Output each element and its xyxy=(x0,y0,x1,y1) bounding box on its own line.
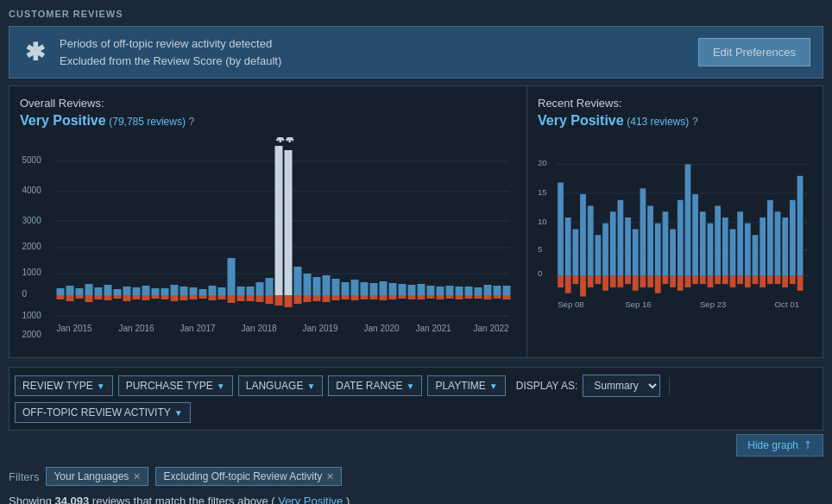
svg-rect-76 xyxy=(180,295,188,300)
svg-rect-42 xyxy=(313,277,321,295)
svg-text:Jan 2019: Jan 2019 xyxy=(303,324,339,333)
svg-rect-33 xyxy=(228,258,236,295)
svg-rect-181 xyxy=(685,275,691,287)
filter-tag-offtopic-close[interactable]: ✕ xyxy=(326,471,334,482)
date-range-dropdown[interactable]: DATE RANGE ▼ xyxy=(328,375,422,396)
svg-rect-179 xyxy=(670,275,676,287)
svg-rect-176 xyxy=(647,275,653,287)
svg-rect-166 xyxy=(572,275,578,284)
svg-text:10: 10 xyxy=(538,217,547,226)
section-title: CUSTOMER REVIEWS xyxy=(9,9,823,19)
overall-label: Overall Reviews: xyxy=(20,97,516,110)
purchase-type-dropdown[interactable]: PURCHASE TYPE ▼ xyxy=(118,375,233,396)
edit-preferences-button[interactable]: Edit Preferences xyxy=(698,38,810,66)
svg-rect-57 xyxy=(456,287,463,295)
playtime-arrow: ▼ xyxy=(489,381,498,391)
svg-rect-164 xyxy=(558,275,564,287)
svg-rect-29 xyxy=(190,287,198,295)
svg-rect-191 xyxy=(760,275,766,287)
svg-rect-153 xyxy=(722,217,728,275)
svg-rect-73 xyxy=(152,295,160,299)
date-range-label: DATE RANGE xyxy=(336,380,402,392)
review-type-dropdown[interactable]: REVIEW TYPE ▼ xyxy=(15,375,113,396)
svg-text:Jan 2016: Jan 2016 xyxy=(119,324,155,333)
svg-rect-59 xyxy=(475,287,482,295)
recent-question[interactable]: ? xyxy=(692,116,698,128)
svg-rect-161 xyxy=(782,217,788,275)
svg-rect-184 xyxy=(708,275,714,287)
overall-question[interactable]: ? xyxy=(189,116,195,128)
svg-rect-89 xyxy=(304,295,312,302)
off-topic-dropdown[interactable]: OFF-TOPIC REVIEW ACTIVITY ▼ xyxy=(15,402,191,423)
showing-rating: Very Positive xyxy=(278,495,343,504)
svg-rect-72 xyxy=(142,295,150,300)
svg-rect-188 xyxy=(737,275,743,284)
svg-rect-87 xyxy=(285,295,293,307)
svg-rect-189 xyxy=(745,275,751,287)
svg-rect-146 xyxy=(670,230,676,276)
svg-rect-99 xyxy=(399,295,407,299)
alert-bar: ✱ Periods of off-topic review activity d… xyxy=(9,26,823,79)
svg-rect-83 xyxy=(247,295,255,301)
svg-rect-91 xyxy=(323,295,331,302)
language-dropdown[interactable]: LANGUAGE ▼ xyxy=(238,375,324,396)
svg-rect-26 xyxy=(161,288,169,295)
svg-rect-170 xyxy=(602,275,608,290)
svg-rect-141 xyxy=(633,230,639,276)
showing-count: 34,093 xyxy=(54,495,89,504)
svg-rect-79 xyxy=(209,295,217,300)
svg-rect-102 xyxy=(427,295,435,299)
svg-rect-136 xyxy=(595,235,601,275)
svg-rect-92 xyxy=(332,295,340,300)
filters-label: Filters xyxy=(9,470,39,483)
svg-rect-107 xyxy=(475,295,482,299)
svg-rect-178 xyxy=(663,275,669,284)
svg-text:Jan 2018: Jan 2018 xyxy=(242,324,278,333)
svg-rect-49 xyxy=(380,281,388,295)
svg-rect-51 xyxy=(399,284,407,295)
filter-tag-languages-close[interactable]: ✕ xyxy=(133,471,141,482)
svg-rect-74 xyxy=(161,295,169,299)
display-as-select[interactable]: Summary Recent xyxy=(583,375,660,397)
hide-graph-button[interactable]: Hide graph ⤒ xyxy=(736,434,823,457)
svg-rect-108 xyxy=(484,295,492,299)
svg-rect-31 xyxy=(209,286,217,295)
playtime-dropdown[interactable]: PLAYTIME ▼ xyxy=(427,375,505,396)
svg-rect-183 xyxy=(700,275,706,284)
svg-rect-187 xyxy=(730,275,736,287)
svg-rect-20 xyxy=(104,285,112,295)
svg-rect-147 xyxy=(678,200,684,276)
overall-chart-svg: 5000 4000 3000 2000 1000 0 1000 2000 xyxy=(20,137,516,344)
svg-rect-84 xyxy=(256,295,264,302)
svg-rect-143 xyxy=(647,206,653,276)
svg-text:Jan 2021: Jan 2021 xyxy=(416,324,452,333)
svg-rect-186 xyxy=(722,275,728,284)
alert-text: Periods of off-topic review activity det… xyxy=(60,35,686,69)
svg-rect-94 xyxy=(351,295,359,300)
svg-rect-60 xyxy=(484,285,492,295)
filter-bar: REVIEW TYPE ▼ PURCHASE TYPE ▼ LANGUAGE ▼… xyxy=(9,367,823,431)
svg-rect-34 xyxy=(237,287,245,295)
svg-rect-95 xyxy=(361,295,369,299)
svg-rect-78 xyxy=(199,295,207,299)
svg-rect-47 xyxy=(361,282,369,295)
svg-rect-38 xyxy=(275,146,283,295)
svg-text:0: 0 xyxy=(22,289,28,299)
svg-text:Sep 23: Sep 23 xyxy=(700,299,727,309)
showing-middle: reviews that match the filters above ( xyxy=(89,495,278,504)
svg-rect-132 xyxy=(565,217,571,275)
svg-rect-56 xyxy=(446,286,454,295)
filter-tag-offtopic-label: Excluding Off-topic Review Activity xyxy=(163,470,322,482)
svg-text:3000: 3000 xyxy=(22,216,42,225)
svg-rect-131 xyxy=(558,183,564,276)
off-topic-label: OFF-TOPIC REVIEW ACTIVITY xyxy=(22,406,171,419)
svg-rect-137 xyxy=(602,224,608,276)
svg-rect-180 xyxy=(678,275,684,290)
overall-count: (79,785 reviews) xyxy=(109,116,186,128)
svg-text:5: 5 xyxy=(538,244,542,254)
hide-graph-label: Hide graph xyxy=(747,439,798,451)
svg-rect-173 xyxy=(625,275,631,284)
svg-rect-82 xyxy=(237,295,245,301)
svg-rect-165 xyxy=(565,275,571,293)
svg-rect-190 xyxy=(753,275,759,284)
